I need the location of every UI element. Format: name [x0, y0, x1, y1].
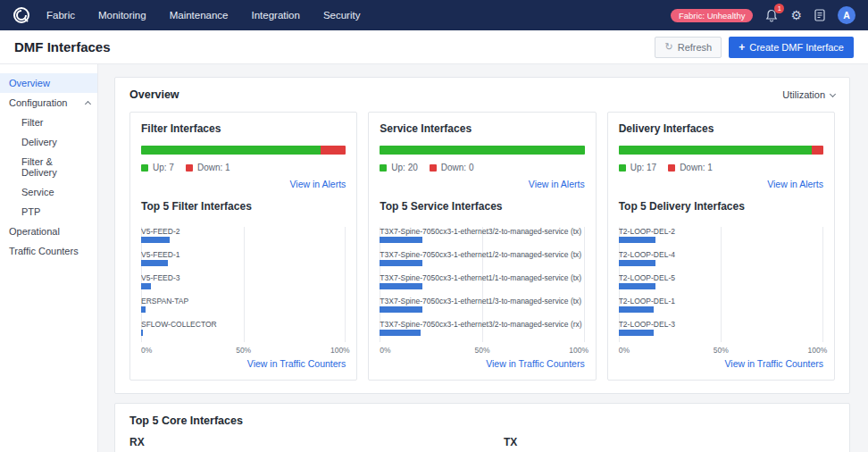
view-in-alerts-link[interactable]: View in Alerts [767, 179, 823, 189]
fabric-status-badge[interactable]: Fabric: Unhealthy [671, 9, 753, 22]
core-rx-column: RX T3X7-Spine-7050cx3-2-ethernet21T300v-… [129, 436, 461, 452]
status-bar [619, 146, 823, 155]
axis-tick: 50% [236, 346, 251, 355]
chart-row: V5-FEED-3 [141, 273, 346, 289]
chart-bar [380, 283, 422, 289]
sidebar-item-ptp[interactable]: PTP [0, 202, 97, 222]
axis-tick: 100% [808, 346, 828, 355]
status-bar-up-segment [619, 146, 813, 155]
page-header: DMF Interfaces ↻ Refresh + Create DMF In… [0, 30, 868, 64]
header-actions: ↻ Refresh + Create DMF Interface [655, 37, 854, 58]
up-dot-icon [380, 164, 387, 172]
nav-item-integration[interactable]: Integration [252, 10, 300, 21]
down-dot-icon [430, 164, 437, 172]
view-in-traffic-counters-link[interactable]: View in Traffic Counters [247, 358, 346, 369]
chart-row: SFLOW-COLLECTOR [141, 320, 346, 336]
chart-bar [380, 306, 422, 313]
status-bar [141, 146, 346, 155]
sidebar-item-traffic-counters[interactable]: Traffic Counters [0, 241, 97, 261]
down-dot-icon [186, 164, 193, 172]
sidebar-item-filter[interactable]: Filter [0, 113, 97, 132]
filter-bar-chart: V5-FEED-2V5-FEED-1V5-FEED-3ERSPAN-TAPSFL… [141, 227, 346, 355]
chart-row: T3X7-Spine-7050cx3-1-ethernet1/2-to-mana… [380, 250, 584, 266]
gear-glyph: ⚙ [790, 9, 802, 21]
axis-tick: 50% [714, 346, 729, 355]
view-in-alerts-link[interactable]: View in Alerts [289, 179, 346, 189]
interface-cards-row: Filter Interfaces Up: 7 Down: 1 View in … [129, 112, 835, 381]
refresh-label: Refresh [678, 42, 713, 53]
overview-section-title: Overview [129, 88, 179, 101]
chart-bar [380, 330, 421, 336]
notification-count-badge: 1 [774, 4, 784, 13]
chart-bar [141, 283, 151, 289]
notifications-bell-icon[interactable]: 1 [765, 9, 778, 22]
view-in-traffic-counters-link[interactable]: View in Traffic Counters [486, 358, 585, 369]
sidebar-item-delivery[interactable]: Delivery [0, 132, 97, 152]
delivery-bar-chart: T2-LOOP-DEL-2T2-LOOP-DEL-4T2-LOOP-DEL-5T… [619, 227, 823, 355]
status-bar-up-segment [380, 146, 584, 155]
user-avatar[interactable]: A [838, 6, 855, 24]
filter-interfaces-card: Filter Interfaces Up: 7 Down: 1 View in … [129, 112, 357, 381]
up-dot-icon [141, 164, 148, 172]
chart-title: Top 5 Service Interfaces [380, 200, 584, 213]
delivery-interfaces-card: Delivery Interfaces Up: 17 Down: 1 View … [607, 112, 835, 381]
chart-bar-label: V5-FEED-3 [141, 273, 346, 282]
chart-bar [619, 237, 655, 243]
main-content: Overview Utilization Filter Interfaces [98, 64, 868, 452]
view-in-alerts-link[interactable]: View in Alerts [529, 179, 585, 189]
axis-tick: 100% [330, 346, 350, 355]
sidebar-item-service[interactable]: Service [0, 182, 97, 202]
down-count: Down: 1 [197, 163, 230, 172]
chevron-up-icon [85, 101, 91, 107]
notes-icon[interactable] [814, 9, 825, 21]
chart-bar-label: V5-FEED-2 [141, 227, 346, 236]
down-count: Down: 1 [680, 163, 713, 172]
sidebar-item-operational[interactable]: Operational [0, 222, 97, 241]
chart-bar-label: V5-FEED-1 [141, 250, 346, 259]
nav-item-fabric[interactable]: Fabric [46, 10, 75, 21]
chart-row: T3X7-Spine-7050cx3-1-ethernet3/2-to-mana… [380, 227, 584, 243]
app-logo-icon[interactable] [13, 6, 30, 24]
nav-item-security[interactable]: Security [323, 10, 361, 21]
settings-gear-icon[interactable]: ⚙ [790, 9, 802, 21]
chart-row: T3X7-Spine-7050cx3-1-ethernet3/2-to-mana… [380, 320, 584, 336]
chart-bar-label: T3X7-Spine-7050cx3-1-ethernet1/3-to-mana… [380, 297, 584, 306]
chart-bar [619, 306, 654, 313]
chart-bar-label: T3X7-Spine-7050cx3-1-ethernet3/2-to-mana… [380, 320, 584, 329]
axis-tick: 50% [474, 346, 489, 355]
refresh-button[interactable]: ↻ Refresh [655, 37, 722, 58]
chart-bar [380, 237, 422, 243]
sidebar-item-configuration[interactable]: Configuration [0, 93, 97, 113]
create-label: Create DMF Interface [749, 42, 844, 53]
status-bar-up-segment [141, 146, 321, 155]
chart-row: T3X7-Spine-7050cx3-1-ethernet1/1-to-mana… [380, 273, 584, 289]
utilization-dropdown[interactable]: Utilization [782, 89, 835, 100]
chart-row: V5-FEED-2 [141, 227, 346, 243]
sidebar-item-filter-and-delivery[interactable]: Filter & Delivery [0, 152, 97, 182]
view-in-traffic-counters-link[interactable]: View in Traffic Counters [724, 358, 823, 369]
chart-row: T2-LOOP-DEL-2 [619, 227, 823, 243]
status-bar-down-segment [321, 146, 346, 155]
card-title: Service Interfaces [380, 122, 584, 135]
card-title: Delivery Interfaces [619, 122, 823, 135]
chart-bar-label: T2-LOOP-DEL-1 [619, 297, 823, 306]
status-bar-down-segment [812, 146, 823, 155]
card-title: Filter Interfaces [141, 122, 346, 135]
nav-item-maintenance[interactable]: Maintenance [170, 10, 229, 21]
status-legend: Up: 20 Down: 0 [380, 163, 584, 172]
chart-bar-label: T2-LOOP-DEL-2 [619, 227, 823, 236]
axis-tick: 0% [619, 346, 630, 355]
chart-bar [619, 283, 655, 289]
chart-row: T3X7-Spine-7050cx3-1-ethernet1/3-to-mana… [380, 297, 584, 313]
nav-item-monitoring[interactable]: Monitoring [98, 10, 146, 21]
status-legend: Up: 17 Down: 1 [619, 163, 823, 172]
chart-bar-label: SFLOW-COLLECTOR [141, 320, 346, 329]
x-axis: 0% 50% 100% [141, 343, 346, 355]
create-dmf-interface-button[interactable]: + Create DMF Interface [729, 37, 854, 58]
service-interfaces-card: Service Interfaces Up: 20 Down: 0 View i… [368, 112, 596, 381]
sidebar-item-overview[interactable]: Overview [0, 73, 97, 93]
chart-bar-label: T3X7-Spine-7050cx3-1-ethernet1/2-to-mana… [380, 250, 584, 259]
core-interfaces-panel: Top 5 Core Interfaces RX T3X7-Spine-7050… [114, 403, 850, 452]
chart-title: Top 5 Filter Interfaces [141, 200, 346, 213]
rx-label: RX [129, 436, 461, 448]
